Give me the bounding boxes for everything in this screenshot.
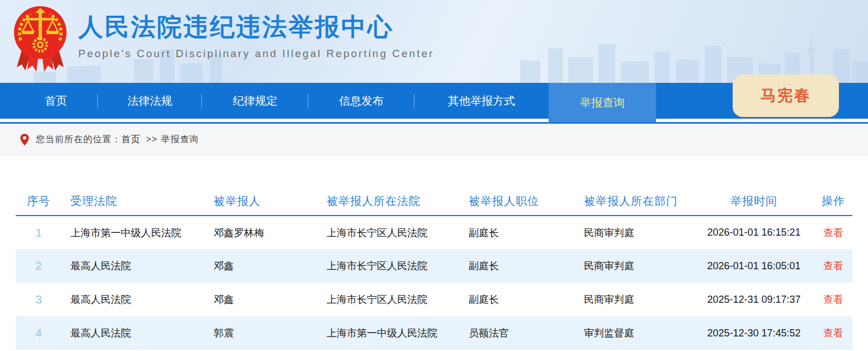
- cell-report-time: 2025-12-31 09:17:37: [694, 283, 814, 316]
- cell-action: 查看: [814, 216, 852, 249]
- cell-reported-person: 邓鑫: [205, 283, 318, 316]
- site-header: 人民法院违纪违法举报中心 People's Court Disciplinary…: [0, 0, 868, 83]
- cell-report-time: 2026-01-01 16:05:01: [694, 249, 814, 283]
- cell-action: 查看: [814, 249, 852, 283]
- court-emblem-logo: [12, 3, 68, 75]
- cell-department: 民商审判庭: [575, 249, 694, 283]
- cell-accepting-court: 最高人民法院: [62, 249, 205, 283]
- nav-item-label: 首页: [45, 93, 67, 109]
- page-title: 人民法院违纪违法举报中心: [78, 10, 434, 43]
- cell-index: 1: [16, 216, 62, 249]
- view-link[interactable]: 查看: [823, 294, 843, 305]
- cell-position: 副庭长: [460, 283, 575, 316]
- column-header-position: 被举报人职位: [460, 188, 575, 216]
- view-link[interactable]: 查看: [823, 260, 843, 272]
- table-row: 1 上海市第一中级人民法院 邓鑫罗林梅 上海市长宁区人民法院 副庭长 民商审判庭…: [16, 216, 852, 249]
- column-header-reported-person: 被举报人: [205, 188, 318, 216]
- cell-department: 审判监督庭: [575, 316, 694, 350]
- table-row: 2 最高人民法院 邓鑫 上海市长宁区人民法院 副庭长 民商审判庭 2026-01…: [16, 249, 852, 283]
- report-table: 序号 受理法院 被举报人 被举报人所在法院 被举报人职位 被举报人所在部门 举报…: [16, 188, 852, 350]
- cell-action: 查看: [814, 283, 852, 316]
- cell-reported-person: 邓鑫罗林梅: [205, 216, 318, 249]
- report-query-results: 序号 受理法院 被举报人 被举报人所在法院 被举报人职位 被举报人所在部门 举报…: [16, 188, 852, 350]
- nav-item-label: 纪律规定: [233, 93, 277, 109]
- cell-report-time: 2026-01-01 16:15:21: [694, 216, 814, 249]
- nav-item-label: 信息发布: [339, 93, 384, 109]
- cell-index: 3: [16, 283, 62, 316]
- table-row: 3 最高人民法院 邓鑫 上海市长宁区人民法院 副庭长 民商审判庭 2025-12…: [16, 283, 852, 316]
- column-header-department: 被举报人所在部门: [575, 188, 694, 216]
- nav-item-label: 举报查询: [580, 95, 625, 110]
- cell-reported-person: 邓鑫: [205, 249, 318, 283]
- cell-person-court: 上海市长宁区人民法院: [318, 216, 460, 249]
- breadcrumb-prefix: 您当前所在的位置：: [36, 134, 121, 144]
- nav-item-laws[interactable]: 法律法规: [98, 83, 202, 119]
- page-subtitle: People's Court Disciplinary and Illegal …: [78, 48, 434, 60]
- cell-position: 副庭长: [460, 249, 575, 283]
- cell-position: 副庭长: [460, 216, 575, 249]
- breadcrumb-home-link[interactable]: 首页: [121, 134, 140, 144]
- nav-item-other-report-methods[interactable]: 其他举报方式: [414, 83, 549, 119]
- column-header-report-time: 举报时间: [694, 188, 814, 216]
- view-link[interactable]: 查看: [823, 227, 843, 238]
- breadcrumb: 您当前所在的位置：首页>>举报查询: [0, 124, 868, 156]
- breadcrumb-current: 举报查询: [161, 134, 199, 144]
- table-header-row: 序号 受理法院 被举报人 被举报人所在法院 被举报人职位 被举报人所在部门 举报…: [16, 188, 852, 216]
- cell-department: 民商审判庭: [575, 216, 694, 249]
- cell-person-court: 上海市第一中级人民法院: [318, 316, 460, 350]
- cell-index: 2: [16, 249, 62, 283]
- column-header-accepting-court: 受理法院: [62, 188, 205, 216]
- cell-report-time: 2025-12-30 17:45:52: [694, 316, 814, 350]
- cell-person-court: 上海市长宁区人民法院: [318, 283, 460, 316]
- main-nav: 首页 法律法规 纪律规定 信息发布 其他举报方式 举报查询 马宪春: [0, 83, 868, 119]
- nav-item-news[interactable]: 信息发布: [308, 83, 414, 119]
- court-emblem-icon: [12, 3, 68, 75]
- nav-item-label: 其他举报方式: [448, 93, 515, 109]
- cell-position: 员额法官: [460, 316, 575, 350]
- cell-action: 查看: [814, 316, 852, 350]
- cell-accepting-court: 上海市第一中级人民法院: [62, 216, 205, 249]
- column-header-action: 操作: [814, 188, 852, 216]
- column-header-person-court: 被举报人所在法院: [318, 188, 460, 216]
- breadcrumb-separator: >>: [146, 134, 158, 144]
- cell-reported-person: 郭震: [205, 316, 318, 350]
- nav-item-label: 法律法规: [128, 93, 172, 109]
- column-header-index: 序号: [16, 188, 62, 216]
- nav-item-home[interactable]: 首页: [14, 83, 98, 119]
- cell-accepting-court: 最高人民法院: [62, 316, 205, 350]
- nav-item-discipline-rules[interactable]: 纪律规定: [202, 83, 308, 119]
- location-pin-icon: [20, 134, 29, 146]
- cell-accepting-court: 最高人民法院: [62, 283, 205, 316]
- nav-item-report-query-active[interactable]: 举报查询: [549, 83, 656, 122]
- cell-person-court: 上海市长宁区人民法院: [318, 249, 460, 283]
- cell-department: 民商审判庭: [575, 283, 694, 316]
- cell-index: 4: [16, 316, 62, 350]
- view-link[interactable]: 查看: [823, 327, 843, 339]
- table-row: 4 最高人民法院 郭震 上海市第一中级人民法院 员额法官 审判监督庭 2025-…: [16, 316, 852, 350]
- user-name-badge[interactable]: 马宪春: [733, 74, 839, 117]
